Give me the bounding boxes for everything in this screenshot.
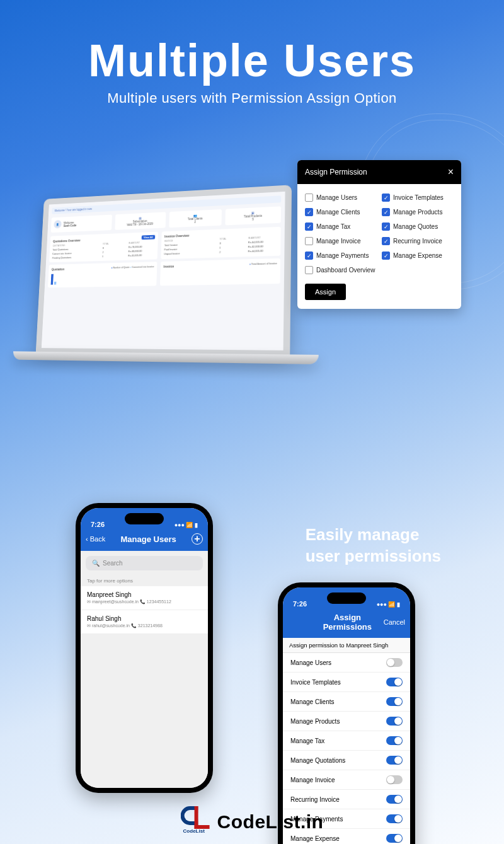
permission-row: Manage Quotations xyxy=(283,751,410,770)
checkbox-icon xyxy=(305,194,313,202)
permission-label: Dashboard Overview xyxy=(316,267,375,274)
tap-hint: Tap for more options xyxy=(81,575,208,586)
invoice-chart-title: Invoice xyxy=(164,264,175,268)
table-cell: Rs.32,000.00 xyxy=(248,244,278,248)
status-icons: ●●● 📶 ▮ xyxy=(377,601,400,608)
search-input[interactable]: 🔍 Search xyxy=(86,556,203,570)
table-header: IN AMOUNT xyxy=(129,241,155,244)
table-header: IN AMOUNT xyxy=(248,236,278,240)
permission-checkbox[interactable]: ✓Manage Quotes xyxy=(382,223,454,231)
dynamic-island xyxy=(125,513,164,524)
checkbox-icon: ✓ xyxy=(305,208,313,216)
permission-checkbox[interactable]: ✓Manage Products xyxy=(382,208,454,216)
permission-label: Recurring Invoice xyxy=(290,796,340,803)
subscription-card: ▦ Subscription Valid Till - 18-Oct-2029 xyxy=(115,212,166,229)
permission-toggle[interactable] xyxy=(386,795,403,804)
permission-toggle[interactable] xyxy=(386,717,403,725)
status-icons: ●●● 📶 ▮ xyxy=(175,522,198,528)
permission-label: Recurring Invoice xyxy=(393,238,442,245)
table-cell: 2 xyxy=(102,250,128,253)
permission-label: Manage Quotes xyxy=(393,223,438,230)
table-cell: 3 xyxy=(219,241,248,245)
table-cell: Unpaid Invoice xyxy=(164,251,219,256)
permission-label: Manage Clients xyxy=(290,698,334,705)
table-cell: Rs.64,005.00 xyxy=(248,240,278,244)
permission-checkbox[interactable]: ✓Manage Tax xyxy=(305,223,377,231)
user-name: Sush Code xyxy=(64,224,77,228)
view-all-button[interactable]: View All xyxy=(142,235,156,240)
table-cell: Pending Quotations xyxy=(52,255,103,259)
search-icon: 🔍 xyxy=(92,560,100,567)
permission-toggle[interactable] xyxy=(386,658,403,667)
permission-label: Manage Expense xyxy=(393,252,442,259)
permission-row: Manage Tax xyxy=(283,731,410,751)
table-header: TOTAL xyxy=(103,242,129,245)
user-row[interactable]: Manpreet Singh✉ manpreet@sushcode.in 📞 1… xyxy=(81,586,208,610)
table-cell: Rs.78,005.00 xyxy=(129,245,155,248)
table-cell: Rs.33,000.00 xyxy=(128,249,154,253)
phone-header: ‹ Back Manage Users + xyxy=(81,529,208,551)
user-name: Manpreet Singh xyxy=(87,591,202,598)
permission-checkbox[interactable]: Manage Invoice xyxy=(305,237,377,245)
time-label: 7:26 xyxy=(91,521,105,528)
permission-row: Manage Products xyxy=(283,712,410,731)
subtagline: Easily manage user permissions xyxy=(306,524,441,567)
permission-label: Manage Users xyxy=(290,659,331,666)
permission-toggle[interactable] xyxy=(386,834,403,843)
permission-checkbox[interactable]: ✓Recurring Invoice xyxy=(382,237,454,245)
permission-checkbox[interactable]: ✓Invoice Templates xyxy=(382,194,454,202)
permission-toggle[interactable] xyxy=(386,775,403,784)
invoice-chart-panel: Invoice ● Total Amount of Invoice xyxy=(160,258,280,286)
logo-text: CodeList.in xyxy=(217,811,324,833)
laptop-mockup: Welcome ! Your are logged in now. 👤 Welc… xyxy=(32,185,292,429)
permission-toggle[interactable] xyxy=(386,756,403,765)
subscription-value: Valid Till - 18-Oct-2029 xyxy=(127,222,153,226)
cancel-button[interactable]: Cancel xyxy=(384,618,405,626)
permission-toggle[interactable] xyxy=(386,678,403,686)
permission-checkbox[interactable]: Dashboard Overview xyxy=(305,266,377,274)
permission-checkbox[interactable]: Manage Users xyxy=(305,194,377,202)
checkbox-icon: ✓ xyxy=(382,237,390,245)
permission-label: Invoice Templates xyxy=(393,194,444,201)
permission-row: Manage Clients xyxy=(283,692,410,712)
permission-toggle[interactable] xyxy=(386,697,403,706)
phone-header: Assign Permissions Cancel xyxy=(283,609,410,638)
header-title: Manage Users xyxy=(121,535,176,544)
close-icon[interactable]: × xyxy=(448,166,454,178)
permission-label: Manage Quotations xyxy=(290,757,345,764)
checkbox-icon: ✓ xyxy=(382,251,390,260)
logo-mark: CodeList xyxy=(181,806,215,833)
permission-label: Manage Expense xyxy=(290,835,340,842)
user-row[interactable]: Rahul Singh✉ rahul@sushcode.in 📞 3213214… xyxy=(81,610,208,634)
permission-row: Invoice Templates xyxy=(283,673,410,692)
checkbox-icon: ✓ xyxy=(382,208,390,216)
permission-label: Manage Users xyxy=(316,194,357,201)
permission-checkbox[interactable]: ✓Manage Payments xyxy=(305,251,377,260)
assign-permission-modal: Assign Permission × Manage Users✓Invoice… xyxy=(297,160,461,309)
back-button[interactable]: ‹ Back xyxy=(86,535,105,543)
clients-value: 2 xyxy=(194,220,196,223)
search-placeholder: Search xyxy=(103,560,123,567)
table-cell: Rs.44,005.00 xyxy=(248,249,277,253)
checkbox-icon: ✓ xyxy=(382,223,390,231)
headline-block: Multiple Users Multiple users with Permi… xyxy=(0,0,504,107)
permission-label: Manage Payments xyxy=(316,252,369,259)
invoice-panel: Invoice Overview INVOICETOTALIN AMOUNTTo… xyxy=(161,227,280,259)
permission-label: Manage Invoice xyxy=(316,238,361,245)
assign-button[interactable]: Assign xyxy=(305,284,346,300)
products-card: ▣ Total Products 5 xyxy=(226,206,281,225)
permission-label: Manage Products xyxy=(393,209,442,216)
permission-checkbox[interactable]: ✓Manage Expense xyxy=(382,251,454,260)
permission-checkbox[interactable]: ✓Manage Clients xyxy=(305,208,377,216)
permission-toggle[interactable] xyxy=(386,814,403,823)
phone-assign-permissions: 7:26 ●●● 📶 ▮ Assign Permissions Cancel A… xyxy=(278,582,415,844)
welcome-card: 👤 Welcome Sush Code xyxy=(51,215,112,233)
add-user-button[interactable]: + xyxy=(192,533,203,545)
quotation-chart-panel: Quotation ● Number of Quote ● Converted … xyxy=(48,262,158,287)
laptop-screen: Welcome ! Your are logged in now. 👤 Welc… xyxy=(36,185,292,354)
table-cell: Rs.45,005.00 xyxy=(128,253,154,257)
page-subtitle: Multiple users with Permission Assign Op… xyxy=(0,90,504,107)
permission-toggle[interactable] xyxy=(386,736,403,745)
table-cell: 2 xyxy=(219,250,248,253)
user-name: Rahul Singh xyxy=(87,615,202,622)
